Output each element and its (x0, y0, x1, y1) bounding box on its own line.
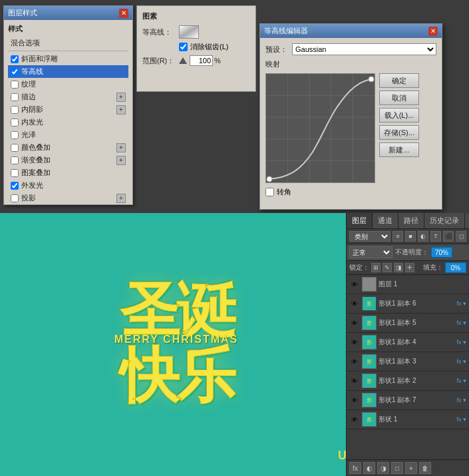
layer-visibility-icon[interactable]: 👁 (349, 318, 360, 328)
lock-position-icon[interactable]: ✎ (383, 263, 392, 272)
bottom-section: 圣诞 MERRY CHRISTMAS 快乐 UiBQ.CoM 图层 通道 路径 … (0, 213, 469, 476)
tab-history[interactable]: 历史记录 (424, 213, 465, 228)
layer-item[interactable]: 👁 形 形状1 副本 2 fx ▾ (347, 371, 469, 391)
load-button[interactable]: 载入(L)... (379, 108, 419, 122)
texture-label: 纹理 (21, 79, 36, 89)
outer-glow-checkbox[interactable] (11, 182, 19, 190)
layer-fx-badge: fx ▾ (456, 339, 466, 346)
contour-item[interactable]: 等高线 (8, 65, 128, 78)
layer-fx-button[interactable]: fx (349, 462, 361, 474)
fill-value[interactable]: 0% (445, 262, 466, 273)
adjust-icon[interactable]: ◐ (418, 231, 428, 242)
inner-glow-item[interactable]: 内发光 (8, 116, 128, 128)
tab-channels[interactable]: 通道 (373, 213, 398, 228)
layer-fx-badge: fx ▾ (456, 300, 466, 307)
inner-shadow-plus-button[interactable]: + (116, 105, 126, 115)
delete-layer-button[interactable]: 🗑 (419, 462, 431, 474)
pattern-overlay-checkbox[interactable] (11, 169, 19, 177)
inner-shadow-checkbox[interactable] (11, 106, 19, 114)
layer-visibility-icon[interactable]: 👁 (349, 279, 360, 290)
drop-shadow-checkbox[interactable] (11, 194, 19, 202)
inner-glow-checkbox[interactable] (11, 119, 19, 126)
layer-item[interactable]: 👁 形 形状1 副本 6 fx ▾ (347, 294, 469, 314)
layer-item[interactable]: 👁 形 形状1 副本 3 fx ▾ (347, 352, 469, 371)
corner-checkbox[interactable] (265, 188, 274, 196)
layer-visibility-icon[interactable]: 👁 (349, 414, 360, 425)
layer-visibility-icon[interactable]: 👁 (349, 337, 360, 348)
new-layer-button[interactable]: + (405, 462, 417, 474)
smooth-checkbox[interactable] (179, 43, 188, 51)
smart-icon[interactable]: ◻ (456, 231, 466, 242)
layer-style-title: 图层样式 (8, 8, 37, 18)
tab-paths[interactable]: 路径 (398, 213, 424, 228)
stroke-item[interactable]: 描边 + (8, 91, 128, 103)
blend-options-label: 混合选项 (11, 38, 40, 48)
stroke-plus-button[interactable]: + (116, 93, 126, 102)
blend-mode-select[interactable]: 正常 (349, 246, 392, 258)
inner-shadow-item[interactable]: 内阴影 + (8, 103, 128, 116)
satin-checkbox[interactable] (11, 131, 19, 139)
new-adjustment-button[interactable]: ◑ (377, 462, 389, 474)
layer-item[interactable]: 👁 形 形状1 副本 7 fx ▾ (347, 391, 469, 410)
type-icon[interactable]: T (430, 231, 441, 242)
range-input[interactable] (190, 55, 213, 66)
new-group-button[interactable]: □ (391, 462, 403, 474)
layers-toolbar: 类别 ≡ ■ ◐ T ⬛ ◻ (347, 229, 469, 244)
color-overlay-checkbox[interactable] (11, 144, 19, 152)
curve-canvas[interactable] (265, 73, 375, 183)
pattern-overlay-label: 图案叠加 (21, 168, 51, 178)
contour-label: 等高线 (21, 67, 43, 77)
pattern-overlay-item[interactable]: 图案叠加 (8, 166, 128, 179)
gradient-overlay-checkbox[interactable] (11, 156, 19, 164)
satin-label: 光泽 (21, 130, 36, 140)
save-button[interactable]: 存储(S)... (379, 125, 419, 140)
layer-visibility-icon[interactable]: 👁 (349, 375, 360, 386)
new-button[interactable]: 新建... (379, 142, 419, 157)
layer-name: 形状1 副本 3 (379, 357, 455, 366)
contour-preview-thumbnail[interactable] (179, 25, 199, 39)
shape-icon[interactable]: ⬛ (443, 231, 454, 242)
drop-shadow-plus-button[interactable]: + (116, 194, 126, 203)
contour-editor-close-button[interactable]: ✕ (428, 27, 438, 36)
gradient-overlay-plus-button[interactable]: + (116, 156, 126, 165)
layer-thumbnail: 形 (362, 316, 377, 330)
pixel-icon[interactable]: ■ (405, 231, 416, 242)
tab-layers[interactable]: 图层 (347, 213, 373, 228)
color-overlay-plus-button[interactable]: + (116, 143, 126, 152)
layer-style-close-button[interactable]: ✕ (119, 9, 128, 18)
bevel-emboss-checkbox[interactable] (11, 55, 19, 63)
lock-pixel-icon[interactable]: ◨ (394, 263, 403, 272)
layer-item[interactable]: 👁 图层 1 (347, 275, 469, 294)
layer-filter-select[interactable]: 类别 (349, 231, 391, 242)
texture-checkbox[interactable] (11, 81, 19, 89)
layer-style-titlebar[interactable]: 图层样式 ✕ (4, 6, 132, 20)
texture-item[interactable]: 纹理 (8, 78, 128, 91)
preset-select[interactable]: Gaussian (292, 43, 436, 55)
layer-item[interactable]: 👁 形 形状1 副本 5 fx ▾ (347, 314, 469, 333)
layer-item[interactable]: 👁 形 形状1 副本 4 fx ▾ (347, 333, 469, 352)
color-overlay-item[interactable]: 颜色叠加 + (8, 141, 128, 154)
layer-visibility-icon[interactable]: 👁 (349, 395, 360, 405)
gradient-overlay-item[interactable]: 渐变叠加 + (8, 154, 128, 166)
ok-button[interactable]: 确定 (379, 73, 419, 88)
drop-shadow-item[interactable]: 投影 + (8, 192, 128, 204)
contour-checkbox[interactable] (11, 68, 19, 76)
outer-glow-item[interactable]: 外发光 (8, 179, 128, 192)
bevel-emboss-item[interactable]: 斜面和浮雕 (8, 53, 128, 65)
lock-all-icon[interactable]: ⊞ (371, 263, 381, 272)
filter-icon[interactable]: ≡ (392, 231, 403, 242)
blend-options-item[interactable]: 混合选项 (8, 37, 128, 49)
lock-move-icon[interactable]: ✛ (405, 263, 414, 272)
layer-visibility-icon[interactable]: 👁 (349, 356, 360, 367)
layer-item[interactable]: 👁 形 形状 1 fx ▾ (347, 410, 469, 429)
stroke-checkbox[interactable] (11, 93, 19, 101)
cancel-button[interactable]: 取消 (379, 91, 419, 105)
layer-style-dialog: 图层样式 ✕ 样式 混合选项 斜面和浮雕 等高线 纹理 (3, 5, 133, 205)
opacity-value[interactable]: 70% (431, 247, 452, 258)
layer-mask-button[interactable]: ◐ (363, 462, 375, 474)
layer-visibility-icon[interactable]: 👁 (349, 298, 360, 309)
contour-editor-titlebar[interactable]: 等高线编辑器 ✕ (260, 24, 442, 38)
svg-point-8 (267, 176, 272, 182)
layer-name: 形状1 副本 5 (379, 318, 455, 328)
satin-item[interactable]: 光泽 (8, 128, 128, 141)
